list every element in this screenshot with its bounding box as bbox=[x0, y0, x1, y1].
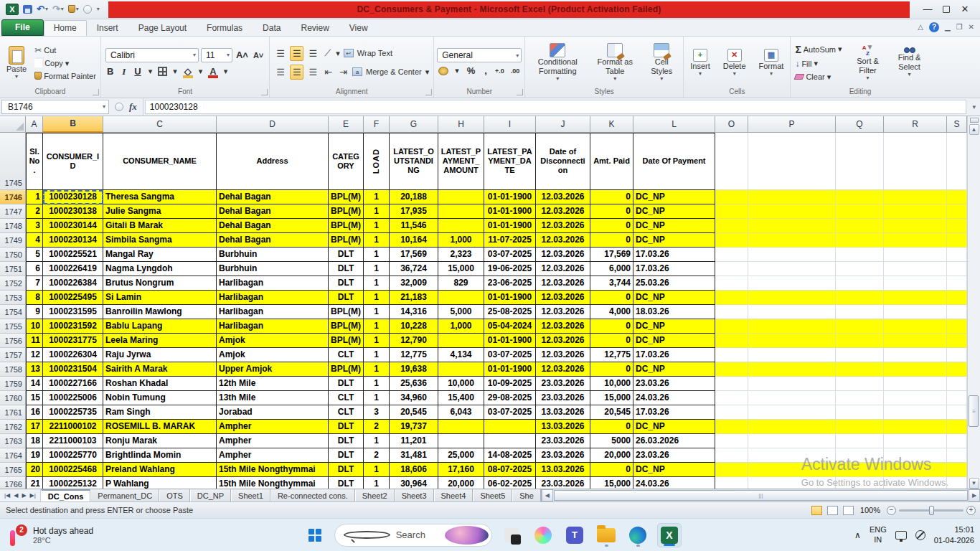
cell[interactable]: 12th Mile bbox=[217, 377, 329, 391]
cell[interactable]: 26.03.2026 bbox=[633, 434, 715, 448]
workbook-close-icon[interactable]: ✕ bbox=[969, 23, 974, 31]
cell[interactable]: 1000225495 bbox=[43, 291, 103, 305]
cell[interactable]: 15,000 bbox=[590, 477, 633, 489]
cell[interactable]: 20,000 bbox=[438, 477, 484, 489]
number-dialog-launcher[interactable] bbox=[517, 89, 523, 95]
file-explorer-button[interactable] bbox=[594, 523, 618, 547]
cell[interactable] bbox=[438, 204, 484, 219]
cell[interactable]: 12.03.2026 bbox=[536, 362, 590, 377]
row-header-1752[interactable]: 1752 bbox=[0, 276, 26, 291]
cell[interactable] bbox=[438, 219, 484, 233]
cell[interactable]: 17,935 bbox=[390, 204, 438, 219]
cell[interactable]: BPL(M) bbox=[329, 233, 364, 248]
cell[interactable]: DC_NP bbox=[633, 291, 715, 305]
align-left-icon[interactable]: ☰ bbox=[274, 65, 286, 79]
zoom-track[interactable] bbox=[899, 509, 963, 512]
cell[interactable]: Bablu Lapang bbox=[103, 319, 217, 334]
empty-cell[interactable] bbox=[947, 434, 967, 448]
cell[interactable]: DC_NP bbox=[633, 219, 715, 233]
row-header-1765[interactable]: 1765 bbox=[0, 463, 26, 477]
empty-cell[interactable] bbox=[715, 391, 748, 405]
cell[interactable]: Ampher bbox=[217, 448, 329, 463]
paste-button[interactable]: Paste▾ bbox=[3, 44, 30, 82]
empty-cell[interactable] bbox=[748, 219, 836, 233]
cell[interactable]: 0 bbox=[590, 420, 633, 434]
cell[interactable]: 11 bbox=[26, 334, 43, 348]
sheet-tab-sheet2[interactable]: Sheet2 bbox=[355, 489, 395, 501]
empty-cell[interactable] bbox=[836, 248, 884, 262]
empty-cell[interactable] bbox=[748, 291, 836, 305]
cell[interactable]: Ronju Marak bbox=[103, 434, 217, 448]
cell[interactable]: 1 bbox=[364, 276, 390, 291]
row-header-1758[interactable]: 1758 bbox=[0, 362, 26, 377]
page-break-view-icon[interactable] bbox=[843, 506, 854, 515]
empty-cell[interactable] bbox=[715, 448, 748, 463]
empty-cell[interactable] bbox=[748, 448, 836, 463]
empty-cell[interactable] bbox=[836, 362, 884, 377]
font-color-button[interactable]: A bbox=[208, 66, 217, 77]
cell[interactable]: 15 bbox=[26, 391, 43, 405]
cell[interactable]: Nobin Tumung bbox=[103, 391, 217, 405]
empty-cell[interactable] bbox=[836, 204, 884, 219]
cell[interactable]: BPL(M) bbox=[329, 319, 364, 334]
empty-cell[interactable] bbox=[748, 319, 836, 334]
cell[interactable]: 19,737 bbox=[390, 420, 438, 434]
cell[interactable]: 0 bbox=[590, 233, 633, 248]
scroll-left-icon[interactable]: ◀ bbox=[542, 489, 553, 501]
cell[interactable]: 6,000 bbox=[590, 262, 633, 276]
save-button[interactable] bbox=[23, 5, 32, 14]
cell[interactable]: 6,043 bbox=[438, 405, 484, 420]
first-sheet-icon[interactable]: |◀ bbox=[3, 492, 11, 499]
cell[interactable]: 1 bbox=[364, 477, 390, 489]
cell[interactable]: 25,000 bbox=[438, 448, 484, 463]
autosum-button[interactable]: ΣAutoSum▾ bbox=[793, 43, 843, 56]
cell[interactable]: 11-07-2025 bbox=[484, 233, 536, 248]
cell[interactable]: 1000226419 bbox=[43, 262, 103, 276]
cell[interactable]: Roshan Khadal bbox=[103, 377, 217, 391]
increase-indent-icon[interactable]: ⇥ bbox=[337, 65, 349, 79]
cell[interactable]: BPL(M) bbox=[329, 334, 364, 348]
cell[interactable]: 1000231504 bbox=[43, 362, 103, 377]
page-layout-view-icon[interactable] bbox=[827, 506, 838, 515]
cell[interactable]: 1 bbox=[364, 219, 390, 233]
empty-cell[interactable] bbox=[748, 204, 836, 219]
cell[interactable]: 19,638 bbox=[390, 362, 438, 377]
cell[interactable] bbox=[438, 362, 484, 377]
horizontal-scroll-thumb[interactable]: ||| bbox=[554, 490, 968, 501]
cell[interactable]: 10,000 bbox=[438, 377, 484, 391]
empty-cell[interactable] bbox=[715, 305, 748, 319]
print-preview-button[interactable] bbox=[83, 5, 92, 14]
format-cells-button[interactable]: ▦ Format▾ bbox=[755, 47, 788, 79]
empty-cell[interactable] bbox=[715, 276, 748, 291]
format-painter-button[interactable]: Format Painter bbox=[33, 71, 98, 81]
empty-cell[interactable] bbox=[884, 233, 947, 248]
cell[interactable]: 16 bbox=[26, 405, 43, 420]
empty-cell[interactable] bbox=[715, 233, 748, 248]
horizontal-scrollbar[interactable]: ◀ ||| ▶ bbox=[541, 489, 980, 501]
cell[interactable]: 1 bbox=[364, 305, 390, 319]
row-header-1762[interactable]: 1762 bbox=[0, 420, 26, 434]
column-header-L[interactable]: L bbox=[633, 116, 715, 133]
row-header-1760[interactable]: 1760 bbox=[0, 391, 26, 405]
cell[interactable]: DLT bbox=[329, 262, 364, 276]
column-header-H[interactable]: H bbox=[438, 116, 484, 133]
row-header-1745[interactable]: 1745 bbox=[0, 133, 26, 190]
empty-cell[interactable] bbox=[836, 133, 884, 190]
comma-style-button[interactable]: , bbox=[483, 65, 489, 76]
cell[interactable]: 36,724 bbox=[390, 262, 438, 276]
empty-cell[interactable] bbox=[836, 219, 884, 233]
cell[interactable] bbox=[438, 291, 484, 305]
empty-cell[interactable] bbox=[748, 334, 836, 348]
cell[interactable]: 2 bbox=[364, 420, 390, 434]
cell[interactable]: 0 bbox=[590, 362, 633, 377]
cell[interactable]: 17 bbox=[26, 420, 43, 434]
column-header-E[interactable]: E bbox=[329, 116, 364, 133]
cell[interactable]: Brightlinda Momin bbox=[103, 448, 217, 463]
cell[interactable]: 9 bbox=[26, 305, 43, 319]
cell[interactable] bbox=[438, 190, 484, 204]
scroll-right-icon[interactable]: ▶ bbox=[969, 489, 980, 501]
orientation-icon[interactable]: ⟋ bbox=[322, 46, 332, 60]
cell[interactable]: 01-01-1900 bbox=[484, 204, 536, 219]
column-header-Q[interactable]: Q bbox=[836, 116, 884, 133]
column-header-S[interactable]: S bbox=[947, 116, 967, 133]
